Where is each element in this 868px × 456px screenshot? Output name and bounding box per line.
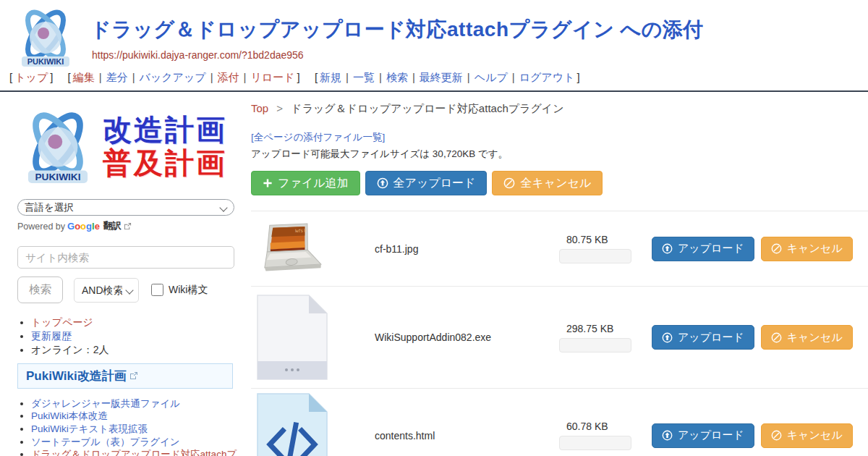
- nav-separator: |: [412, 71, 415, 83]
- svg-text:PUKIWIKI: PUKIWIKI: [27, 57, 64, 66]
- nav-separator: |: [512, 71, 515, 83]
- cancel-all-button[interactable]: 全キャンセル: [492, 171, 603, 195]
- bracket: ]: [297, 71, 300, 83]
- table-row: WikiSupportAddin082.exe 298.75 KB アップロード…: [251, 287, 868, 389]
- page-header: PUKIWIKI ドラッグ＆ドロップアップロード対応attachプラグイン への…: [0, 0, 868, 69]
- page-url-link[interactable]: https://pukiwiki.dajya-ranger.com/?1bd2d…: [92, 49, 304, 61]
- sidebar-banner[interactable]: PUKIWIKI 改造計画 普及計画: [17, 102, 234, 190]
- sidebar-item-sort-table[interactable]: ソートテーブル（表）プラグイン: [31, 436, 180, 447]
- upload-label: アップロード: [678, 428, 744, 442]
- language-select[interactable]: 言語を選択: [17, 199, 234, 216]
- sidebar-item-core-mod[interactable]: PukiWiki本体改造: [31, 410, 108, 421]
- nav-group-site: [新規|一覧|検索|最終更新|ヘルプ|ログアウト]: [312, 71, 582, 83]
- cancel-label: キャンセル: [787, 242, 843, 256]
- upload-button[interactable]: アップロード: [652, 237, 754, 261]
- breadcrumb-separator: >: [276, 102, 283, 114]
- nav-separator: |: [379, 71, 382, 83]
- nav-item-new[interactable]: 新規: [320, 71, 341, 83]
- svg-text:let's 8: let's 8: [295, 228, 307, 233]
- laptop-photo-thumbnail: let's 8: [257, 219, 326, 279]
- list-item: 更新履歴: [31, 329, 234, 342]
- nav-group-top: [トップ]: [7, 71, 55, 83]
- external-link-icon: [124, 222, 132, 230]
- upload-progress-bar: [559, 338, 631, 352]
- file-size: 80.75 KB: [559, 234, 652, 245]
- ban-icon: [503, 177, 515, 189]
- add-files-label: ファイル追加: [278, 176, 349, 191]
- atom-logo-icon: PUKIWIKI: [17, 106, 98, 187]
- upload-all-button[interactable]: 全アップロード: [365, 171, 488, 195]
- list-item: PukiWikiテキスト表現拡張: [31, 423, 240, 435]
- all-attachments-link[interactable]: [全ページの添付ファイル一覧]: [251, 131, 385, 144]
- nav-item-backup[interactable]: バックアップ: [140, 71, 206, 83]
- sidebar-item-history[interactable]: 更新履歴: [31, 330, 72, 342]
- google-logo: Google: [67, 221, 100, 232]
- list-item: ドラッグ＆ドロップアップロード対応attachプラグイン: [31, 449, 240, 456]
- top-navbar: [トップ] [編集|差分|バックアップ|添付|リロード] [新規|一覧|検索|最…: [0, 69, 868, 92]
- cancel-button[interactable]: キャンセル: [761, 325, 853, 350]
- wiki-syntax-label: Wiki構文: [169, 284, 208, 297]
- nav-item-recent[interactable]: 最終更新: [420, 71, 463, 83]
- list-item: トップページ: [31, 316, 234, 329]
- sidebar: PUKIWIKI 改造計画 普及計画 言語を選択 Powered by Goog…: [0, 92, 239, 456]
- nav-item-logout[interactable]: ログアウト: [519, 71, 575, 83]
- cancel-label: キャンセル: [787, 428, 843, 442]
- generic-file-icon: [257, 295, 328, 380]
- upload-circle-icon: [662, 332, 673, 343]
- search-mode-select[interactable]: AND検索: [74, 278, 139, 303]
- pukiwiki-logo[interactable]: PUKIWIKI: [13, 4, 78, 72]
- file-name: cf-b11.jpg: [375, 243, 559, 255]
- nav-item-search[interactable]: 検索: [386, 71, 408, 83]
- bracket: [: [315, 71, 318, 83]
- ban-icon: [771, 243, 782, 254]
- cancel-button[interactable]: キャンセル: [761, 423, 853, 448]
- nav-separator: |: [99, 71, 102, 83]
- nav-item-diff[interactable]: 差分: [106, 71, 128, 83]
- upload-file-table: let's 8 cf-b11.jpg 80.75 KB: [251, 211, 868, 456]
- nav-item-edit[interactable]: 編集: [73, 71, 95, 83]
- nav-item-attach[interactable]: 添付: [218, 71, 239, 83]
- nav-item-reload[interactable]: リロード: [250, 71, 294, 83]
- atom-logo-icon: PUKIWIKI: [13, 4, 78, 69]
- list-item: ダジャレンジャー版共通ファイル: [31, 398, 240, 410]
- nav-separator: |: [244, 71, 247, 83]
- upload-circle-icon: [662, 430, 673, 441]
- nav-group-page: [編集|差分|バックアップ|添付|リロード]: [66, 71, 302, 83]
- table-row: let's 8 cf-b11.jpg 80.75 KB: [251, 211, 868, 287]
- banner-line-2: 普及計画: [103, 146, 227, 180]
- breadcrumb: Top > ドラッグ＆ドロップアップロード対応attachプラグイン: [251, 102, 868, 116]
- nav-item-help[interactable]: ヘルプ: [475, 71, 508, 83]
- google-translate-credit: Powered by Google 翻訳: [17, 220, 234, 232]
- sidebar-item-common-files[interactable]: ダジャレンジャー版共通ファイル: [31, 398, 180, 409]
- plus-icon: [263, 178, 273, 188]
- powered-by-label: Powered by: [17, 221, 65, 232]
- html-file-icon: [257, 393, 328, 456]
- table-row: contents.html 60.78 KB アップロード キャンセル: [251, 389, 868, 456]
- sidebar-item-dnd-attach[interactable]: ドラッグ＆ドロップアップロード対応attachプラグイン: [31, 449, 237, 456]
- upload-button[interactable]: アップロード: [652, 325, 754, 350]
- sidebar-item-online-count: オンライン：2人: [31, 343, 234, 356]
- site-search-input[interactable]: [17, 246, 234, 269]
- list-item: ソートテーブル（表）プラグイン: [31, 436, 240, 448]
- add-files-button[interactable]: ファイル追加: [251, 171, 360, 195]
- upload-progress-bar: [559, 436, 631, 450]
- upload-label: アップロード: [678, 242, 744, 256]
- nav-item-top[interactable]: トップ: [14, 71, 48, 83]
- cancel-button[interactable]: キャンセル: [761, 237, 853, 261]
- upload-button[interactable]: アップロード: [652, 423, 754, 448]
- breadcrumb-home-link[interactable]: Top: [251, 102, 268, 114]
- sidebar-item-toppage[interactable]: トップページ: [31, 316, 93, 328]
- sidebar-project-link[interactable]: PukiWiki改造計画: [26, 368, 127, 384]
- sidebar-list-top: トップページ 更新履歴 オンライン：2人: [17, 316, 234, 357]
- search-button[interactable]: 検索: [17, 276, 63, 303]
- ban-icon: [771, 430, 782, 441]
- banner-slogan: 改造計画 普及計画: [103, 113, 227, 180]
- nav-separator: |: [132, 71, 135, 83]
- upload-circle-icon: [662, 243, 673, 254]
- ban-icon: [771, 332, 782, 343]
- wiki-syntax-checkbox[interactable]: [151, 284, 163, 296]
- max-filesize-text: アップロード可能最大ファイルサイズは 30,720KB です。: [251, 148, 868, 161]
- sidebar-project-box: PukiWiki改造計画: [17, 363, 233, 389]
- sidebar-item-text-ext[interactable]: PukiWikiテキスト表現拡張: [31, 423, 148, 434]
- nav-item-list[interactable]: 一覧: [353, 71, 375, 83]
